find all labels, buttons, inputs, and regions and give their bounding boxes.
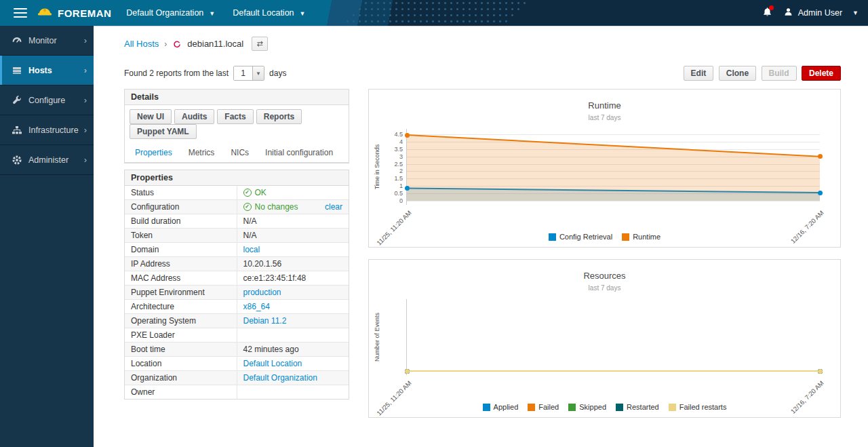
data-point (405, 133, 410, 138)
sidebar-item-hosts[interactable]: Hosts› (0, 56, 94, 85)
caret-down-icon: ▼ (852, 9, 859, 16)
notification-badge (769, 5, 774, 10)
property-value: 10.20.1.56 (237, 257, 349, 271)
host-switcher-button[interactable]: ⇄ (252, 37, 268, 51)
details-buttons: New UIAuditsFactsReportsPuppet YAML (125, 105, 349, 143)
details-tabs: PropertiesMetricsNICsInitial configurati… (125, 143, 349, 163)
gauge-icon (12, 35, 22, 46)
breadcrumb-host-name: debian11.local (187, 39, 243, 49)
property-label: MAC Address (125, 271, 237, 286)
location-dropdown[interactable]: Default Location▼ (233, 8, 305, 18)
new-ui-button[interactable]: New UI (130, 109, 172, 124)
user-icon (783, 7, 793, 19)
breadcrumb-separator: › (164, 39, 167, 49)
legend-item[interactable]: Failed restarts (669, 403, 727, 411)
property-label: Operating System (125, 314, 237, 328)
y-tick-label: 3 (399, 153, 403, 160)
sidebar-item-monitor[interactable]: Monitor› (0, 26, 94, 56)
property-value: local (237, 243, 349, 257)
sidebar-item-infrastructure[interactable]: Infrastructure› (0, 115, 94, 145)
chevron-right-icon: › (84, 95, 87, 105)
property-label: Configuration (125, 200, 237, 214)
property-value: ce:e1:23:45:1f:48 (237, 271, 349, 286)
legend-item[interactable]: Skipped (568, 403, 606, 411)
legend-item[interactable]: Runtime (622, 233, 660, 241)
property-value: 42 minutes ago (237, 343, 349, 357)
puppet-yaml-button[interactable]: Puppet YAML (130, 124, 197, 139)
y-tick-label: 2 (399, 168, 403, 174)
caret-down-icon: ▼ (209, 10, 215, 17)
property-label: Token (125, 229, 237, 243)
legend-item[interactable]: Restarted (616, 403, 659, 411)
sidebar-item-configure[interactable]: Configure› (0, 85, 94, 115)
delete-button[interactable]: Delete (802, 66, 841, 81)
chart-title: Runtime (369, 100, 840, 111)
wrench-icon (12, 95, 22, 106)
legend-item[interactable]: Config Retrieval (549, 233, 612, 241)
property-link[interactable]: local (243, 245, 260, 254)
legend-swatch (568, 404, 576, 411)
property-row: Domainlocal (125, 243, 349, 257)
build-button: Build (762, 66, 797, 81)
y-tick-label: 4 (399, 138, 403, 145)
property-value: ✓OK (237, 186, 349, 200)
property-link[interactable]: production (243, 288, 281, 297)
property-link[interactable]: Debian 11.2 (243, 316, 287, 326)
check-circle-icon: ✓ (243, 203, 252, 211)
sidebar-item-administer[interactable]: Administer› (0, 145, 94, 175)
legend-item[interactable]: Failed (528, 403, 559, 411)
property-link[interactable]: Default Location (243, 359, 302, 368)
property-label: Boot time (125, 343, 237, 357)
legend-item[interactable]: Applied (483, 403, 519, 411)
days-select[interactable]: 1 ▼ (233, 66, 264, 81)
user-menu[interactable]: Admin User ▼ (783, 7, 859, 19)
resources-chart: Resources last 7 days Number of Events 1… (368, 259, 841, 418)
property-value: x86_64 (237, 300, 349, 314)
property-row: LocationDefault Location (125, 357, 349, 371)
breadcrumb-all-hosts-link[interactable]: All Hosts (124, 39, 159, 49)
property-link[interactable]: Default Organization (243, 373, 317, 383)
plot-area (406, 299, 820, 375)
edit-button[interactable]: Edit (684, 66, 714, 81)
properties-panel-title: Properties (125, 170, 349, 186)
facts-button[interactable]: Facts (217, 109, 253, 124)
chevron-right-icon: › (84, 65, 87, 75)
notifications-bell-icon[interactable] (762, 7, 772, 19)
sidebar-nav: Monitor›Hosts›Configure›Infrastructure›A… (0, 26, 94, 447)
property-value: N/A (237, 214, 349, 229)
reports-count-text: Found 2 reports from the last (124, 69, 229, 78)
property-row: Puppet Environmentproduction (125, 286, 349, 300)
reports-button[interactable]: Reports (256, 109, 302, 124)
tab-initial-configuration[interactable]: Initial configuration (258, 143, 340, 162)
reports-days-text: days (269, 69, 286, 78)
audits-button[interactable]: Audits (174, 109, 214, 124)
legend-swatch (549, 233, 556, 241)
menu-toggle-icon[interactable] (14, 5, 27, 20)
property-row: PXE Loader (125, 328, 349, 343)
properties-table-body: Status✓OKConfiguration✓No changesclearBu… (125, 186, 349, 399)
caret-down-icon: ▼ (300, 10, 306, 17)
property-label: Status (125, 186, 237, 200)
y-tick-label: 3.5 (394, 146, 403, 153)
tab-nics[interactable]: NICs (223, 143, 256, 162)
y-axis-label: Time in Seconds (374, 144, 380, 190)
sidebar-item-label: Infrastructure (28, 125, 79, 135)
chart-subtitle: last 7 days (369, 284, 840, 292)
hardhat-icon (37, 6, 53, 20)
user-name: Admin User (798, 8, 842, 18)
property-label: Location (125, 357, 237, 371)
clone-button[interactable]: Clone (719, 66, 756, 81)
property-row: TokenN/A (125, 229, 349, 243)
foreman-logo[interactable]: FOREMAN (37, 6, 111, 20)
tab-metrics[interactable]: Metrics (181, 143, 222, 162)
property-link[interactable]: x86_64 (243, 302, 270, 311)
data-point (818, 369, 823, 374)
organization-dropdown[interactable]: Default Organization▼ (126, 8, 215, 18)
property-row: Boot time42 minutes ago (125, 343, 349, 357)
tab-properties[interactable]: Properties (127, 143, 180, 162)
property-value: Default Organization (237, 371, 349, 385)
sidebar-item-label: Configure (28, 96, 65, 105)
y-axis-label: Number of Events (374, 313, 380, 362)
clear-link[interactable]: clear (325, 202, 342, 212)
top-navbar: FOREMAN Default Organization▼ Default Lo… (0, 0, 868, 26)
